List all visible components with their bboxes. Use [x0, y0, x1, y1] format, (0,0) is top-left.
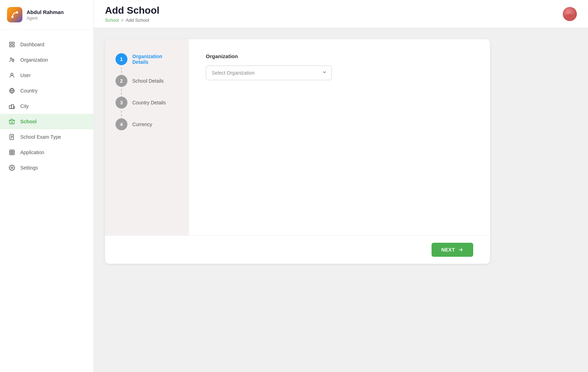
app-logo [7, 7, 22, 22]
sidebar-nav: Dashboard Organization User [0, 30, 93, 372]
sidebar-item-label-organization: Organization [20, 57, 48, 63]
sidebar-item-label-application: Application [20, 150, 44, 155]
organization-select-wrapper: Select Organization [206, 66, 332, 80]
sidebar-item-label-school: School [20, 119, 37, 124]
breadcrumb: School > Add School [105, 18, 160, 23]
svg-point-1 [11, 16, 14, 18]
sidebar-item-label-country: Country [20, 88, 37, 94]
step-1-circle: 1 [115, 53, 127, 65]
sidebar-item-country[interactable]: Country [0, 83, 93, 98]
exam-icon [8, 133, 15, 140]
svg-rect-2 [9, 42, 11, 44]
step-3: 3 Country Details [115, 97, 178, 109]
organization-select[interactable]: Select Organization [206, 66, 332, 80]
content-panel: Organization Select Organization [189, 39, 490, 235]
step-4: 4 Currency [115, 118, 178, 130]
top-bar: Add School School > Add School [94, 0, 588, 28]
svg-rect-12 [14, 106, 15, 109]
page-body: 1 Organization Details 2 School Details … [94, 28, 588, 372]
sidebar-item-user[interactable]: User [0, 68, 93, 83]
sidebar-item-label-user: User [20, 73, 31, 78]
sidebar-item-school-exam-type[interactable]: School Exam Type [0, 129, 93, 145]
card-inner: 1 Organization Details 2 School Details … [105, 39, 490, 235]
sidebar: Abdul Rahman Agent Dashboard [0, 0, 94, 372]
sidebar-item-organization[interactable]: Organization [0, 52, 93, 68]
sidebar-item-school[interactable]: School [0, 114, 93, 129]
svg-rect-10 [9, 106, 12, 109]
avatar-image [563, 7, 577, 21]
svg-point-0 [16, 11, 18, 14]
card-footer: NEXT [105, 235, 490, 264]
main-card: 1 Organization Details 2 School Details … [105, 39, 490, 264]
steps-panel: 1 Organization Details 2 School Details … [105, 39, 189, 235]
svg-point-6 [10, 58, 12, 60]
step-2: 2 School Details [115, 75, 178, 87]
sidebar-item-label-exam: School Exam Type [20, 134, 61, 140]
breadcrumb-current: Add School [126, 18, 149, 23]
settings-icon [8, 164, 15, 171]
page-title: Add School [105, 5, 160, 16]
sidebar-item-label-dashboard: Dashboard [20, 42, 44, 47]
step-3-circle: 3 [115, 97, 127, 109]
step-1-label: Organization Details [132, 54, 178, 65]
next-button-label: NEXT [441, 247, 455, 253]
sidebar-item-label-settings: Settings [20, 165, 38, 171]
step-2-label: School Details [132, 78, 164, 84]
step-1: 1 Organization Details [115, 53, 178, 65]
dashboard-icon [8, 41, 15, 48]
sidebar-item-city[interactable]: City [0, 98, 93, 114]
step-4-label: Currency [132, 122, 152, 127]
breadcrumb-separator: > [121, 18, 124, 23]
svg-point-7 [13, 59, 14, 60]
application-icon [8, 149, 15, 156]
organization-icon [8, 56, 15, 63]
city-icon [8, 103, 15, 110]
sidebar-header: Abdul Rahman Agent [0, 0, 93, 30]
section-title: Organization [206, 53, 473, 59]
user-role: Agent [27, 16, 64, 21]
school-icon [8, 118, 15, 125]
sidebar-item-settings[interactable]: Settings [0, 160, 93, 175]
user-name: Abdul Rahman [27, 9, 64, 15]
svg-point-20 [11, 167, 13, 169]
main-content: Add School School > Add School 1 Organiz… [94, 0, 588, 372]
svg-rect-4 [9, 45, 11, 47]
svg-rect-5 [13, 45, 14, 47]
sidebar-item-label-city: City [20, 103, 29, 109]
user-icon [8, 72, 15, 79]
breadcrumb-parent[interactable]: School [105, 18, 119, 23]
svg-rect-15 [11, 122, 13, 124]
arrow-right-icon [458, 247, 463, 253]
next-button[interactable]: NEXT [432, 243, 473, 257]
avatar[interactable] [563, 7, 577, 21]
sidebar-item-dashboard[interactable]: Dashboard [0, 37, 93, 52]
step-3-label: Country Details [132, 100, 166, 105]
page-header: Add School School > Add School [105, 5, 160, 23]
step-4-circle: 4 [115, 118, 127, 130]
svg-point-8 [11, 73, 13, 75]
svg-rect-11 [12, 105, 14, 109]
svg-rect-3 [13, 42, 14, 44]
step-2-circle: 2 [115, 75, 127, 87]
country-icon [8, 87, 15, 94]
sidebar-item-application[interactable]: Application [0, 145, 93, 160]
user-info: Abdul Rahman Agent [27, 9, 64, 21]
